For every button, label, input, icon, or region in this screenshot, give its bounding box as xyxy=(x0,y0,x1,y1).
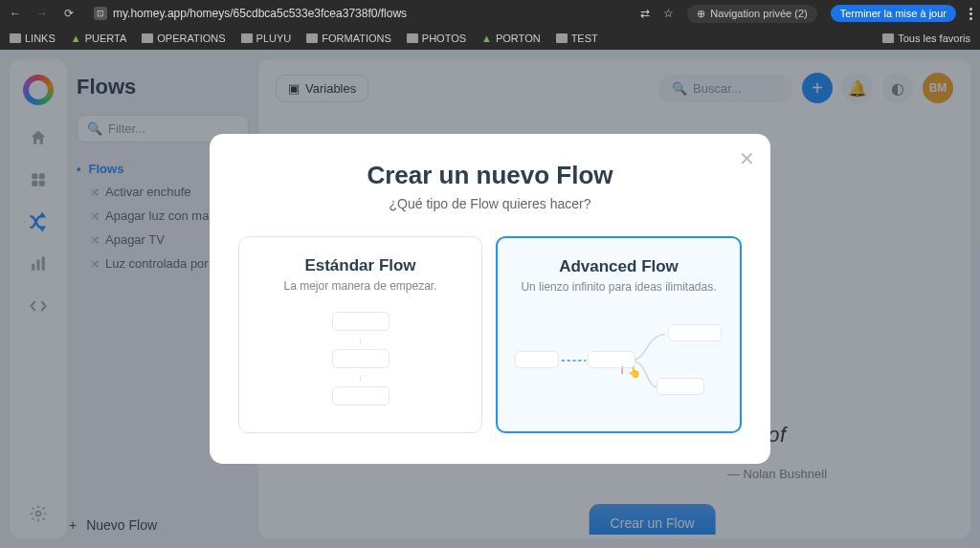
address-bar[interactable]: ⊡ my.homey.app/homeys/65cdbca5c533e3fcea… xyxy=(94,7,629,20)
update-button[interactable]: Terminer la mise à jour xyxy=(831,5,956,22)
forward-button[interactable]: → xyxy=(34,6,50,21)
incognito-icon: ⊕ xyxy=(697,8,705,20)
bookmarks-bar: LINKS ▲PUERTA OPERATIONS PLUYU FORMATION… xyxy=(0,27,980,50)
card-desc: Un lienzo infinito para ideas ilimitadas… xyxy=(511,280,726,294)
site-icon: ⊡ xyxy=(94,7,107,20)
back-button[interactable]: ← xyxy=(8,6,23,21)
star-icon[interactable]: ☆ xyxy=(663,7,674,20)
standard-flow-card[interactable]: Estándar Flow La mejor manera de empezar… xyxy=(238,236,482,433)
bookmark-porton[interactable]: ▲PORTON xyxy=(481,33,541,44)
bookmark-operations[interactable]: OPERATIONS xyxy=(142,33,225,44)
url-text: my.homey.app/homeys/65cdbca5c533e3fcea37… xyxy=(113,7,407,20)
menu-icon[interactable] xyxy=(969,8,972,20)
close-icon[interactable]: ✕ xyxy=(739,147,755,170)
bookmark-photos[interactable]: PHOTOS xyxy=(407,33,466,44)
bookmark-links[interactable]: LINKS xyxy=(10,33,56,44)
bookmark-pluyu[interactable]: PLUYU xyxy=(241,33,292,44)
translate-icon[interactable]: ⇄ xyxy=(640,7,650,20)
card-title: Advanced Flow xyxy=(511,257,726,276)
create-flow-modal: ✕ Crear un nuevo Flow ¿Qué tipo de Flow … xyxy=(210,134,770,464)
standard-flow-preview: ↓ ↓ xyxy=(253,312,468,407)
bookmark-formations[interactable]: FORMATIONS xyxy=(306,33,391,44)
card-desc: La mejor manera de empezar. xyxy=(253,279,468,293)
modal-overlay[interactable]: ✕ Crear un nuevo Flow ¿Qué tipo de Flow … xyxy=(0,50,980,548)
all-favorites[interactable]: Tous les favoris xyxy=(882,33,970,44)
card-title: Estándar Flow xyxy=(253,256,468,275)
advanced-flow-card[interactable]: Advanced Flow Un lienzo infinito para id… xyxy=(496,236,742,433)
privacy-badge[interactable]: ⊕ Navigation privée (2) xyxy=(687,5,817,23)
modal-title: Crear un nuevo Flow xyxy=(238,161,742,190)
bookmark-test[interactable]: TEST xyxy=(556,33,598,44)
modal-subtitle: ¿Qué tipo de Flow quieres hacer? xyxy=(238,196,742,211)
reload-button[interactable]: ⟳ xyxy=(61,6,77,21)
advanced-flow-preview: i 👆 xyxy=(511,313,726,408)
bookmark-puerta[interactable]: ▲PUERTA xyxy=(71,33,127,44)
